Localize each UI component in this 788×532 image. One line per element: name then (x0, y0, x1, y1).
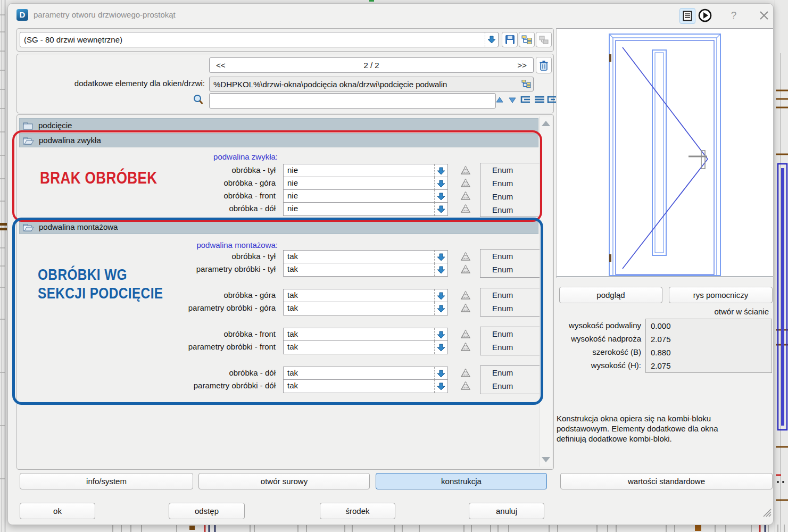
rys-pomocniczy-button[interactable]: rys pomocniczy (669, 287, 773, 303)
delete-entry-button[interactable] (536, 57, 552, 73)
collapse-level-button[interactable] (520, 94, 532, 105)
preset-value: (SG - 80 drzwi wewnętrzne) (20, 35, 485, 44)
dropdown-arrow-icon[interactable] (434, 164, 447, 177)
measure-icon[interactable] (460, 380, 471, 391)
protocol-button[interactable] (679, 8, 695, 24)
dropdown-arrow-icon[interactable] (434, 302, 447, 315)
dropdown-arrow-icon[interactable] (434, 263, 447, 276)
odstep-button[interactable]: odstęp (169, 503, 245, 519)
tree-item-label: podcięcie (38, 121, 72, 130)
tree-item-podciecie[interactable]: podcięcie (19, 118, 538, 132)
dropdown-arrow-icon[interactable] (434, 380, 447, 393)
param-row: parametry obróbki - front tak (17, 340, 553, 353)
close-button[interactable] (757, 8, 771, 23)
tree-structure-icon (521, 79, 531, 89)
scroll-up-icon[interactable] (542, 121, 550, 126)
measure-icon[interactable] (460, 251, 471, 262)
extras-path-value: %DHPKOL%\drzwi-okna\podcięcia okna/drzwi… (210, 80, 519, 89)
param-label: parametry obróbki - dół (17, 379, 276, 392)
param-label: parametry obróbki - front (17, 340, 276, 353)
measure-icon[interactable] (460, 368, 471, 378)
enum-type: Enum (480, 190, 540, 203)
anuluj-button[interactable]: anuluj (469, 503, 544, 519)
transfer-icon-disabled (538, 35, 549, 45)
tab-otwor-surowy[interactable]: otwór surowy (198, 473, 370, 489)
enum-group-zwykla: Enum Enum Enum Enum (480, 163, 541, 217)
cad-workspace-background: D parametry otworu drzwiowego-prostokąt … (0, 0, 788, 532)
measure-icon[interactable] (460, 290, 471, 301)
dropdown-arrow-icon[interactable] (485, 32, 498, 47)
param-label: obróbka - front (17, 328, 276, 340)
param-select[interactable]: tak (283, 289, 448, 303)
title-bar[interactable]: D parametry otworu drzwiowego-prostokąt … (8, 4, 773, 27)
field-value: 0.000 (646, 319, 772, 332)
list-scrollbar[interactable] (540, 117, 552, 467)
folder-open-icon (23, 136, 34, 145)
search-down-button[interactable] (508, 96, 517, 104)
param-row: obróbka - front tak (17, 328, 553, 340)
dropdown-arrow-icon[interactable] (434, 177, 447, 190)
dropdown-arrow-icon[interactable] (434, 289, 447, 302)
podglad-button[interactable]: podgląd (559, 287, 662, 303)
browse-tree-button[interactable] (519, 79, 533, 89)
save-preset-button[interactable] (502, 32, 518, 47)
measure-icon[interactable] (460, 342, 471, 352)
param-select[interactable]: nie (283, 177, 448, 190)
dropdown-arrow-icon[interactable] (434, 190, 447, 203)
param-select[interactable]: tak (283, 379, 448, 393)
measure-icon[interactable] (460, 329, 471, 339)
tab-info-system[interactable]: info/system (20, 473, 193, 489)
resize-grip[interactable] (760, 506, 772, 518)
extras-path-field[interactable]: %DHPKOL%\drzwi-okna\podcięcia okna/drzwi… (209, 77, 534, 92)
trash-icon (539, 60, 549, 71)
expand-all-button[interactable] (534, 94, 545, 105)
param-row: parametry obróbki - dół tak (17, 379, 553, 392)
dropdown-arrow-icon[interactable] (434, 203, 447, 215)
section-heading-montazowa: podwalina montażowa: (17, 240, 278, 250)
param-value: tak (284, 289, 434, 302)
search-up-button[interactable] (495, 96, 504, 104)
tree-item-label: podwalina zwykła (39, 136, 101, 145)
param-label: obróbka - tył (17, 250, 276, 263)
param-select[interactable]: nie (283, 164, 448, 178)
manage-presets-button[interactable] (519, 32, 535, 47)
dropdown-arrow-icon[interactable] (434, 341, 447, 354)
srodek-button[interactable]: środek (320, 503, 395, 519)
measure-icon[interactable] (460, 203, 471, 214)
opening-values-box: 0.000 2.075 0.880 2.075 (645, 319, 772, 373)
param-row: obróbka - front nie (17, 189, 553, 202)
help-button[interactable]: ? (727, 8, 740, 23)
param-select[interactable]: tak (283, 263, 448, 277)
param-select[interactable]: tak (283, 250, 448, 264)
param-value: nie (284, 190, 434, 203)
param-select[interactable]: tak (283, 302, 448, 315)
dropdown-arrow-icon[interactable] (434, 328, 447, 341)
tab-konstrukcja[interactable]: konstrukcja (376, 473, 547, 489)
annotation-line: SEKCJI PODCIĘCIE (38, 284, 163, 303)
param-select[interactable]: tak (283, 328, 448, 342)
measure-icon[interactable] (460, 264, 471, 275)
ok-button[interactable]: ok (20, 503, 95, 519)
search-input[interactable] (209, 93, 496, 109)
measure-icon[interactable] (460, 178, 471, 188)
measure-icon[interactable] (460, 165, 471, 176)
tree-item-podwalina-montazowa[interactable]: podwalina montażowa (19, 220, 538, 234)
pager-next-button[interactable]: >> (495, 61, 533, 70)
param-select[interactable]: tak (283, 367, 448, 380)
save-icon (505, 35, 515, 45)
wartosci-standardowe-button[interactable]: wartości standardowe (560, 473, 773, 489)
dropdown-arrow-icon[interactable] (434, 367, 447, 380)
preset-dropdown[interactable]: (SG - 80 drzwi wewnętrzne) (20, 32, 499, 47)
param-select[interactable]: tak (283, 340, 448, 354)
tree-item-podwalina-zwykla[interactable]: podwalina zwykła (19, 133, 538, 147)
param-select[interactable]: nie (283, 189, 448, 203)
folder-closed-icon (23, 121, 33, 130)
dropdown-arrow-icon[interactable] (434, 251, 447, 263)
dialog-parametry-otworu: D parametry otworu drzwiowego-prostokąt … (7, 3, 774, 525)
pager-prev-button[interactable]: << (210, 61, 248, 70)
param-select[interactable]: nie (283, 202, 448, 216)
measure-icon[interactable] (460, 190, 471, 201)
measure-icon[interactable] (460, 303, 471, 313)
play-button[interactable] (698, 8, 712, 23)
scroll-down-icon[interactable] (542, 457, 550, 462)
